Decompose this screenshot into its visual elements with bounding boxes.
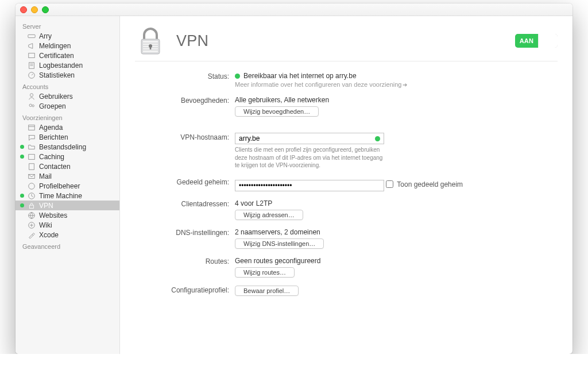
contacts-icon bbox=[27, 162, 36, 171]
content-pane: VPN AAN Status: Bereikbaar via het inter… bbox=[120, 16, 572, 354]
sidebar-item-xcode[interactable]: Xcode bbox=[16, 230, 119, 240]
hammer-icon bbox=[27, 230, 36, 239]
minimize-button[interactable] bbox=[31, 6, 38, 13]
sidebar-item-groepen[interactable]: Groepen bbox=[16, 101, 119, 111]
clients-label: Clientadressen: bbox=[135, 199, 229, 208]
svg-point-9 bbox=[32, 105, 34, 107]
sidebar-item-vpn[interactable]: VPN bbox=[16, 201, 119, 210]
hostname-input[interactable] bbox=[239, 134, 375, 142]
clients-value: 4 voor L2TP bbox=[235, 199, 558, 207]
sidebar-section-voorzieningen: Voorzieningen bbox=[16, 111, 119, 122]
running-dot-icon bbox=[20, 194, 24, 198]
edit-routes-button[interactable]: Wijzig routes… bbox=[235, 267, 295, 278]
secret-label: Gedeeld geheim: bbox=[135, 178, 229, 186]
svg-rect-0 bbox=[28, 34, 34, 37]
sidebar-item-meldingen[interactable]: Meldingen bbox=[16, 41, 119, 51]
svg-point-7 bbox=[30, 93, 33, 96]
running-dot-icon bbox=[20, 145, 24, 149]
zoom-button[interactable] bbox=[42, 6, 49, 13]
svg-rect-1 bbox=[28, 53, 34, 57]
toggle-knob bbox=[538, 34, 558, 48]
globe-icon bbox=[27, 211, 36, 219]
svg-rect-27 bbox=[150, 46, 152, 49]
window-titlebar bbox=[16, 3, 572, 16]
logs-icon bbox=[27, 61, 36, 70]
save-profile-button[interactable]: Bewaar profiel… bbox=[235, 286, 299, 296]
svg-rect-10 bbox=[28, 125, 34, 130]
sidebar-item-wiki[interactable]: Wiki bbox=[16, 220, 119, 230]
hostname-field[interactable] bbox=[235, 133, 384, 144]
reachable-dot-icon bbox=[375, 136, 380, 141]
dns-value: 2 naamservers, 2 domeinen bbox=[235, 228, 558, 236]
gauge-icon bbox=[27, 71, 36, 79]
sidebar-item-contacten[interactable]: Contacten bbox=[16, 161, 119, 171]
svg-point-8 bbox=[29, 104, 32, 106]
calendar-icon bbox=[27, 123, 36, 132]
sidebar-item-logbestanden[interactable]: Logbestanden bbox=[16, 60, 119, 70]
edit-permissions-button[interactable]: Wijzig bevoegdheden… bbox=[235, 106, 319, 117]
sidebar: Server Arry Meldingen Certificaten Logbe… bbox=[16, 16, 120, 354]
sidebar-section-accounts: Accounts bbox=[16, 80, 119, 91]
sidebar-item-berichten[interactable]: Berichten bbox=[16, 132, 119, 142]
routes-value: Geen routes geconfigureerd bbox=[235, 257, 558, 265]
permissions-label: Bevoegdheden: bbox=[135, 96, 229, 105]
server-app-window: Server Arry Meldingen Certificaten Logbe… bbox=[16, 3, 572, 354]
svg-line-6 bbox=[32, 74, 33, 75]
show-secret-box[interactable] bbox=[386, 180, 393, 188]
sidebar-item-timemachine[interactable]: Time Machine bbox=[16, 191, 119, 201]
group-icon bbox=[27, 102, 36, 110]
chat-icon bbox=[27, 133, 36, 141]
status-dot-icon bbox=[235, 74, 240, 79]
page-title: VPN bbox=[176, 32, 208, 50]
status-text: Bereikbaar via het internet op arry.be bbox=[243, 72, 357, 80]
sidebar-item-profielbeheer[interactable]: Profielbeheer bbox=[16, 181, 119, 191]
routes-label: Routes: bbox=[135, 257, 229, 265]
content-header: VPN AAN bbox=[135, 25, 558, 61]
sidebar-item-arry[interactable]: Arry bbox=[16, 31, 119, 41]
hostname-label: VPN-hostnaam: bbox=[135, 133, 229, 141]
secret-field[interactable] bbox=[235, 180, 384, 191]
sidebar-section-server: Server bbox=[16, 20, 119, 31]
edit-addresses-button[interactable]: Wijzig adressen… bbox=[235, 210, 303, 220]
dns-label: DNS-instellingen: bbox=[135, 228, 229, 237]
wiki-icon bbox=[27, 221, 36, 229]
profile-label: Configuratieprofiel: bbox=[135, 286, 229, 294]
sidebar-item-websites[interactable]: Websites bbox=[16, 210, 119, 220]
megaphone-icon bbox=[27, 41, 36, 50]
sidebar-item-mail[interactable]: Mail bbox=[16, 171, 119, 181]
user-icon bbox=[27, 92, 36, 101]
vpn-lock-icon bbox=[135, 25, 166, 56]
mail-icon bbox=[27, 172, 36, 180]
close-button[interactable] bbox=[20, 6, 27, 13]
svg-rect-13 bbox=[29, 163, 34, 170]
running-dot-icon bbox=[20, 155, 24, 159]
permissions-value: Alle gebruikers, Alle netwerken bbox=[235, 96, 558, 104]
status-info: Meer informatie over het configureren va… bbox=[235, 81, 401, 88]
clock-icon bbox=[27, 191, 36, 200]
certificate-icon bbox=[27, 51, 36, 60]
sidebar-item-caching[interactable]: Caching bbox=[16, 152, 119, 161]
cache-icon bbox=[27, 152, 36, 161]
settings-form: Status: Bereikbaar via het internet op a… bbox=[135, 72, 558, 296]
sidebar-item-bestandsdeling[interactable]: Bestandsdeling bbox=[16, 142, 119, 152]
macmini-icon bbox=[27, 32, 36, 40]
hostname-hint: Clients die met een profiel zijn geconfi… bbox=[235, 146, 384, 170]
sidebar-item-statistieken[interactable]: Statistieken bbox=[16, 70, 119, 80]
secret-input[interactable] bbox=[239, 182, 380, 190]
lock-icon bbox=[27, 201, 36, 210]
edit-dns-button[interactable]: Wijzig DNS-instellingen… bbox=[235, 238, 324, 249]
svg-point-15 bbox=[28, 183, 34, 189]
status-label: Status: bbox=[135, 72, 229, 80]
service-toggle[interactable]: AAN bbox=[515, 34, 558, 48]
sidebar-item-gebruikers[interactable]: Gebruikers bbox=[16, 91, 119, 101]
svg-rect-12 bbox=[28, 154, 34, 159]
sidebar-item-agenda[interactable]: Agenda bbox=[16, 122, 119, 132]
chevron-right-icon[interactable]: ➔ bbox=[403, 82, 407, 88]
toggle-on-label: AAN bbox=[515, 34, 538, 48]
folder-icon bbox=[27, 142, 36, 151]
sidebar-item-certificaten[interactable]: Certificaten bbox=[16, 51, 119, 60]
profilemanager-icon bbox=[27, 182, 36, 190]
sidebar-section-geavanceerd: Geavanceerd bbox=[16, 240, 119, 251]
running-dot-icon bbox=[20, 203, 24, 207]
show-secret-checkbox[interactable]: Toon gedeeld geheim bbox=[386, 180, 463, 188]
